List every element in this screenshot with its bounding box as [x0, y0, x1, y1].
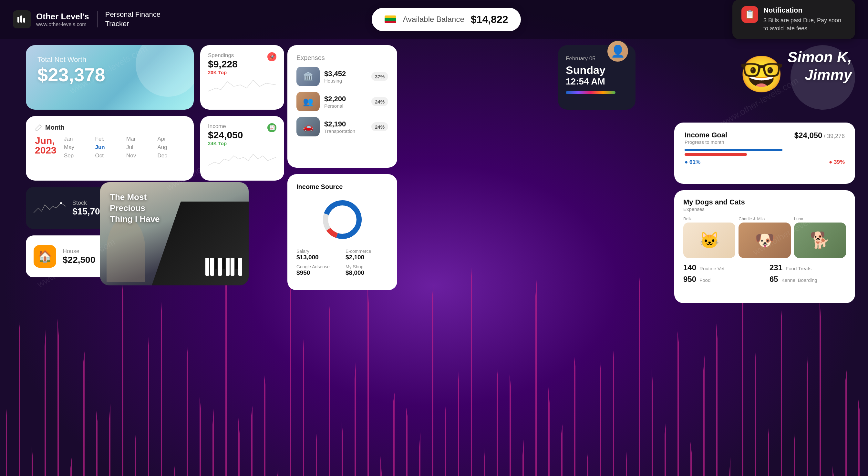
pet-luna: Luna 🐕 — [794, 216, 846, 258]
income-goal-card: Income Goal Progress to month $24,050 / … — [674, 123, 855, 184]
pet-bella: Bella 🐱 — [683, 216, 735, 258]
notification-icon: 📋 — [741, 6, 758, 23]
expenses-title: Expenses — [297, 54, 388, 62]
donut-chart — [320, 197, 365, 242]
income-top: 24K Top — [208, 141, 243, 146]
month-item-oct[interactable]: Oct — [95, 152, 123, 159]
pet-stat-kennel: 65 Kennel Boarding — [770, 275, 846, 284]
expense-cat-housing: Housing — [324, 78, 367, 83]
pet-stat-food-label: Food — [700, 277, 710, 283]
pet-charlie-milo: Charlie & Milo 🐶 — [739, 216, 790, 258]
income-card: Income $24,050 24K Top 📈 — [200, 116, 284, 180]
piano-key-3 — [218, 258, 222, 276]
brand-name: Other Level's — [36, 11, 89, 22]
pets-title: My Dogs and Cats — [683, 198, 846, 206]
balance-pill: Available Balance $14,822 — [372, 8, 521, 31]
notification-description: 3 Bills are past Due, Pay soon to avoid … — [764, 16, 846, 33]
expense-cat-transport: Transportation — [324, 128, 367, 134]
month-item-mar[interactable]: Mar — [126, 136, 154, 142]
month-selected: Jun,2023 — [35, 136, 58, 159]
networth-label: Total Net Worth — [37, 56, 182, 64]
income-item-salary: Salary $13,000 — [297, 249, 339, 261]
house-icon: 🏠 — [34, 245, 56, 268]
piano-keys — [206, 258, 242, 276]
expense-amount-personal: $2,200 — [324, 95, 367, 103]
pet-stat-treats: 231 Food Treats — [770, 263, 846, 272]
month-picker-card[interactable]: Month Jun,2023 Jan Feb Mar Apr May Jun J… — [26, 116, 194, 180]
person-figure — [106, 218, 145, 282]
brand-subtitle: Personal Finance Tracker — [105, 10, 160, 28]
piano-key-4 — [226, 258, 229, 276]
expense-row-housing: 🏛️ $3,452 Housing 37% — [297, 67, 388, 86]
svg-rect-1 — [20, 15, 22, 23]
goal-pct-red: ● 39% — [829, 159, 845, 165]
pet-luna-label: Luna — [794, 216, 846, 221]
balance-flag — [384, 15, 396, 23]
clock-avatar: 👤 — [607, 40, 629, 63]
clock-day: Sunday — [566, 64, 628, 76]
month-item-jul[interactable]: Jul — [126, 144, 154, 150]
pet-stat-kennel-num: 65 — [770, 275, 778, 284]
piano-key-2 — [210, 258, 214, 276]
month-item-jan[interactable]: Jan — [64, 136, 91, 142]
edit-icon — [35, 124, 42, 131]
avatar-name-block: Simon K, Jimmy — [787, 48, 852, 84]
balance-label: Available Balance — [403, 15, 464, 24]
income-value-ecommerce: $2,100 — [345, 254, 388, 261]
expense-row-personal: 👥 $2,200 Personal 24% — [297, 92, 388, 111]
income-icon: 📈 — [268, 123, 276, 132]
expense-img-transport: 🚗 — [297, 117, 320, 136]
svg-rect-2 — [23, 18, 25, 23]
avatar-card: 🤓 Simon K, Jimmy — [733, 42, 855, 113]
piano-key-1 — [206, 258, 209, 276]
pet-stat-treats-label: Food Treats — [786, 266, 811, 271]
month-item-may[interactable]: May — [64, 144, 91, 150]
goal-header: Income Goal Progress to month $24,050 / … — [685, 131, 845, 145]
piano-black-key-2 — [222, 258, 225, 269]
expense-pct-transport: 24% — [371, 122, 388, 131]
goal-subtitle: Progress to month — [685, 139, 727, 145]
income-value-myshop: $8,000 — [345, 269, 388, 276]
spendings-top: 20K Top — [208, 70, 238, 75]
balance-value: $14,822 — [471, 13, 508, 26]
brand-text: Other Level's www.other-levels.com — [36, 11, 89, 27]
notification-title: Notification — [764, 6, 846, 14]
income-label-adsense: Google Adsense — [297, 264, 339, 269]
income-label-ecommerce: E-commerce — [345, 249, 388, 254]
pet-stat-vet-num: 140 — [683, 263, 696, 272]
svg-point-3 — [60, 202, 62, 204]
pet-charlie-milo-photo: 🐶 — [739, 223, 790, 258]
month-item-jun[interactable]: Jun — [95, 144, 123, 150]
spendings-card: Spendings $9,228 20K Top 🚀 — [200, 45, 284, 110]
income-label-salary: Salary — [297, 249, 339, 254]
month-item-nov[interactable]: Nov — [126, 152, 154, 159]
income-source-card: Income Source Salary $13,000 E-commerce … — [287, 174, 397, 290]
month-item-feb[interactable]: Feb — [95, 136, 123, 142]
goal-progress-blue — [685, 149, 782, 151]
brand-url: www.other-levels.com — [36, 22, 89, 27]
photo-title: The Most Precious Thing I Have — [110, 192, 168, 225]
income-source-title: Income Source — [297, 183, 388, 191]
expense-img-personal: 👥 — [297, 92, 320, 111]
donut-container — [297, 197, 388, 242]
expense-row-transport: 🚗 $2,190 Transportation 24% — [297, 117, 388, 136]
pet-bella-label: Bella — [683, 216, 735, 221]
clock-bar — [566, 91, 616, 94]
goal-value-block: $24,050 / 39,276 — [795, 131, 845, 140]
income-value-salary: $13,000 — [297, 254, 339, 261]
month-item-sep[interactable]: Sep — [64, 152, 91, 159]
expense-amount-housing: $3,452 — [324, 70, 367, 78]
income-label-myshop: My Shop — [345, 264, 388, 269]
month-item-apr[interactable]: Apr — [158, 136, 185, 142]
month-item-aug[interactable]: Aug — [158, 144, 185, 150]
brand-icon — [17, 14, 27, 25]
goal-title-block: Income Goal Progress to month — [685, 131, 727, 145]
goal-footer: ● 61% ● 39% — [685, 159, 845, 165]
pet-bella-photo: 🐱 — [683, 223, 735, 258]
stock-chart — [34, 198, 66, 218]
brand: Other Level's www.other-levels.com Perso… — [13, 10, 160, 28]
month-item-dec[interactable]: Dec — [158, 152, 185, 159]
svg-rect-0 — [18, 17, 20, 23]
avatar-emoji: 🤓 — [733, 39, 790, 110]
income-value-adsense: $950 — [297, 269, 339, 276]
